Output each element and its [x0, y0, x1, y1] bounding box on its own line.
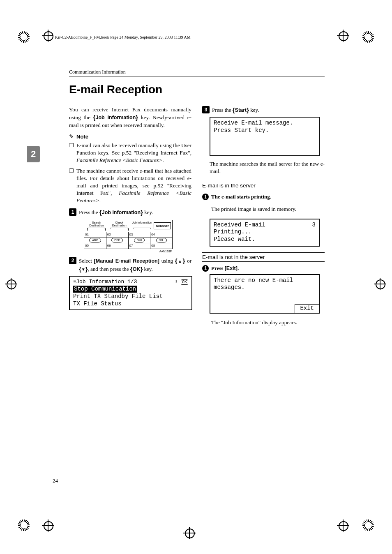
after-lcd4-text: The "Job Information" display appears. — [211, 319, 325, 326]
page-content: Communication Information E-mail Recepti… — [69, 69, 325, 414]
key-ghi: GHI — [129, 238, 151, 243]
crop-mark — [18, 31, 30, 43]
checkbox-icon: ❒ — [69, 142, 74, 164]
step2-pre: Select — [79, 258, 94, 264]
key-05: 05 — [84, 243, 106, 249]
substep-badge: 1 — [202, 194, 209, 200]
exit-key-label: [Exit] — [225, 265, 238, 271]
lcd3-line1b: 3 — [312, 222, 316, 229]
control-panel-illustration: Search Destination Check Destination Job… — [84, 220, 173, 249]
note-label: Note — [76, 134, 88, 140]
note-1-text: E-mail can also be received manually usi… — [76, 142, 191, 156]
key-def: DEF — [106, 238, 129, 243]
lcd-received-printing: Received E-mail 3 Printing... Please wai… — [210, 219, 320, 247]
breadcrumb: Communication Information — [69, 69, 325, 76]
left-column: You can receive Internet Fax documents m… — [69, 106, 191, 332]
substep-exit-pre: Press — [211, 265, 225, 271]
note-2-post: . — [99, 197, 101, 203]
page-number: 24 — [53, 478, 58, 484]
tab-job-information: Job Information — [131, 221, 153, 231]
lcd-receive-prompt: Receive E-mail message. Press Start key. — [210, 117, 320, 156]
substep-1-text: The e-mail starts printing. — [211, 194, 271, 200]
key-abc: ABC — [84, 238, 106, 243]
crop-mark — [185, 529, 195, 538]
lcd4-line1: There are no new E-mail — [214, 277, 316, 284]
tab-search-destination: Search Destination — [85, 221, 107, 231]
lcd2-line1: Receive E-mail message. — [214, 120, 316, 127]
lcd4-line2: messages. — [214, 284, 316, 291]
after-step3-text: The machine searches the mail server for… — [210, 160, 325, 175]
step-1: 1 Press the {Job Information} key. — [69, 208, 191, 217]
crop-mark — [339, 521, 348, 531]
chapter-tab: 2 — [27, 146, 40, 162]
step1-post: key. — [143, 209, 153, 215]
figure-caption: AAN118F — [84, 250, 172, 253]
lcd1-selected-line: Stop Communication — [73, 286, 137, 293]
lcd1-line3: TX File Status — [73, 300, 188, 308]
step1-pre: Press the — [79, 209, 99, 215]
lcd1-title: Job Information 1/3 — [76, 279, 137, 285]
header-running-text: Kir-C2-AEcombine_F_FM.book Page 24 Monda… — [53, 35, 192, 39]
step3-post: key. — [249, 107, 259, 113]
lcd2-line2: Press Start key. — [214, 127, 316, 134]
key-start: Start — [235, 107, 247, 113]
scanner-button: Scanner — [154, 222, 171, 229]
step-3: 3 Press the {Start} key. — [202, 106, 325, 114]
note-item: ❒ E-mail can also be received manually u… — [69, 142, 191, 164]
lcd3-line2: Printing... — [214, 229, 316, 236]
step-badge: 3 — [202, 106, 210, 113]
page-title: E-mail Reception — [69, 83, 325, 96]
key-job-information: Job Information — [102, 210, 141, 215]
updown-icon — [175, 279, 178, 285]
step-2: 2 Select [Manual E-mail Reception] using… — [69, 257, 191, 274]
select-manual-email: [Manual E-mail Reception] — [94, 258, 159, 264]
crop-mark — [339, 31, 348, 41]
step2-or: or — [185, 258, 191, 264]
lcd1-line2: Print TX Standby File List — [73, 293, 188, 300]
lcd-exit-button: Exit — [295, 304, 319, 313]
key-ok: OK — [133, 266, 141, 272]
note-1-italic: Facsimile Reference <Basic Features> — [76, 157, 162, 163]
key-jkl: JKL — [150, 238, 172, 243]
crop-mark — [44, 31, 53, 41]
up-arrow-icon: ▲ — [178, 259, 183, 263]
crop-mark — [376, 279, 385, 289]
crop-mark — [362, 519, 374, 531]
down-arrow-icon: ▼ — [81, 267, 85, 272]
tab-check-destination: Check Destination — [108, 221, 130, 231]
key-job-information: Job Information — [95, 115, 136, 120]
step-badge: 2 — [69, 257, 76, 264]
right-column: 3 Press the {Start} key. Receive E-mail … — [202, 106, 325, 332]
substep-exit-post: . — [238, 265, 239, 271]
step2-post2: key. — [143, 266, 152, 272]
key-07: 07 — [129, 243, 151, 249]
crop-mark — [18, 519, 30, 531]
lcd-ok-badge: OK — [181, 279, 188, 285]
key-04: 04 — [150, 232, 172, 238]
lcd3-line1a: Received E-mail — [214, 222, 265, 229]
key-03: 03 — [129, 232, 151, 238]
section-email-in-server: E-mail is in the server — [202, 181, 325, 190]
crop-mark — [362, 31, 374, 43]
note-1-post: . — [162, 157, 164, 163]
key-01: 01 — [84, 232, 106, 238]
pencil-icon: ✎ — [69, 133, 74, 140]
crop-mark — [7, 279, 16, 289]
substep-1-body: The printed image is saved in memory. — [211, 205, 325, 213]
substep-badge: 1 — [202, 265, 209, 272]
step2-post: , and then press the — [88, 266, 130, 272]
intro-text: You can receive Internet Fax documents m… — [69, 106, 191, 129]
substep-exit: 1 Press [Exit]. — [202, 265, 325, 272]
section-email-not-in-server: E-mail is not in the server — [202, 252, 325, 262]
lcd-job-information: Job Information 1/3 OK Stop Communicatio… — [69, 276, 192, 310]
note-header: ✎ Note — [69, 133, 191, 140]
key-02: 02 — [106, 232, 129, 238]
lcd3-line3: Please wait. — [214, 236, 316, 243]
key-06: 06 — [106, 243, 129, 249]
checkbox-icon: ❒ — [69, 167, 74, 204]
step2-mid: using — [159, 258, 175, 264]
step-badge: 1 — [69, 208, 76, 216]
step3-pre: Press the — [212, 107, 233, 113]
key-08: 08 — [150, 243, 172, 249]
lcd-no-new-email: There are no new E-mail messages. Exit — [210, 274, 320, 314]
